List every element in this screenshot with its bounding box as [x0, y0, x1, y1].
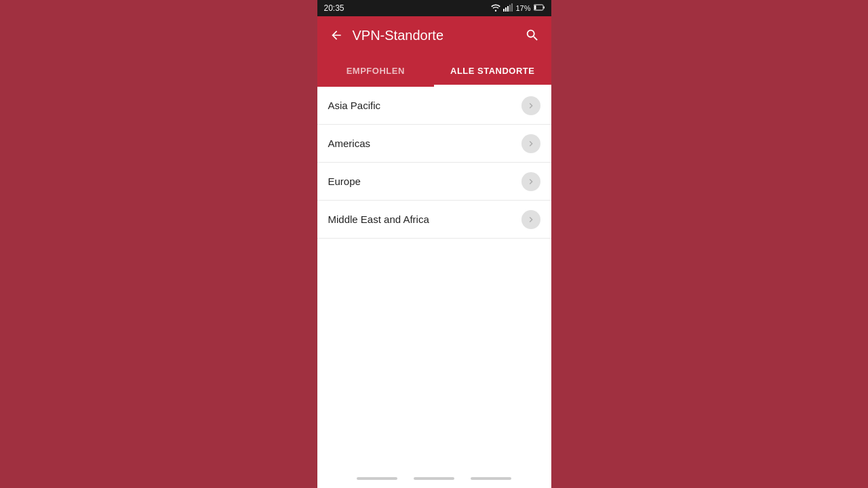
status-icons: 17%	[491, 3, 544, 13]
svg-rect-7	[543, 7, 545, 9]
nav-pill-2	[414, 477, 454, 480]
tab-alle-standorte-label: ALLE STANDORTE	[450, 66, 534, 76]
region-item-europe[interactable]: Europe	[317, 163, 551, 201]
svg-rect-6	[534, 5, 536, 9]
region-item-americas[interactable]: Americas	[317, 125, 551, 163]
battery-icon	[534, 4, 545, 12]
status-time: 20:35	[324, 3, 344, 13]
phone-screen: 20:35 17%	[317, 0, 551, 488]
region-list: Asia Pacific Americas Europe	[317, 87, 551, 472]
region-name-middle-east-africa: Middle East and Africa	[328, 214, 429, 225]
svg-rect-2	[507, 6, 509, 12]
region-name-americas: Americas	[328, 138, 371, 149]
tab-alle-standorte[interactable]: ALLE STANDORTE	[434, 54, 551, 87]
status-bar: 20:35 17%	[317, 0, 551, 16]
region-name-asia-pacific: Asia Pacific	[328, 100, 381, 111]
page-title: VPN-Standorte	[353, 28, 519, 43]
region-item-asia-pacific[interactable]: Asia Pacific	[317, 87, 551, 125]
back-button[interactable]	[323, 22, 350, 49]
search-button[interactable]	[519, 22, 546, 49]
region-arrow-europe	[521, 172, 540, 191]
region-arrow-middle-east-africa	[521, 210, 540, 229]
tab-bar: EMPFOHLEN ALLE STANDORTE	[317, 54, 551, 87]
region-arrow-asia-pacific	[521, 96, 540, 115]
battery-text: 17%	[515, 4, 530, 12]
region-arrow-americas	[521, 134, 540, 153]
region-name-europe: Europe	[328, 176, 361, 187]
tab-empfohlen[interactable]: EMPFOHLEN	[317, 54, 435, 87]
svg-rect-4	[511, 3, 513, 12]
app-header: VPN-Standorte	[317, 16, 551, 54]
region-item-middle-east-africa[interactable]: Middle East and Africa	[317, 201, 551, 239]
bottom-nav	[317, 472, 551, 488]
tab-empfohlen-label: EMPFOHLEN	[347, 66, 405, 76]
signal-icon	[503, 3, 513, 13]
nav-pill-1	[357, 477, 397, 480]
svg-rect-0	[503, 9, 505, 12]
wifi-icon	[491, 3, 500, 13]
svg-rect-1	[505, 7, 507, 12]
svg-rect-3	[509, 5, 511, 12]
nav-pill-3	[471, 477, 511, 480]
